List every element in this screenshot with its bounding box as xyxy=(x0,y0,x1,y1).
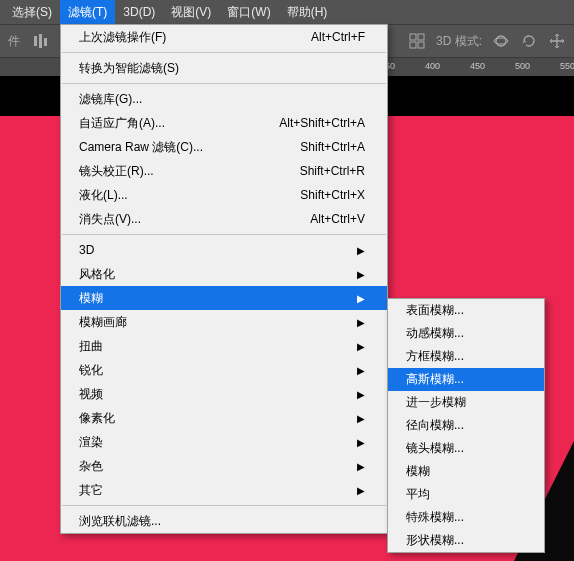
menu-item-label: 平均 xyxy=(406,486,430,503)
submenu-arrow-icon: ▶ xyxy=(357,437,365,448)
menu-blur-more[interactable]: 进一步模糊 xyxy=(388,391,544,414)
menu-item-label: 径向模糊... xyxy=(406,417,464,434)
menu-liquify[interactable]: 液化(L)...Shift+Ctrl+X xyxy=(61,183,387,207)
menu-separator xyxy=(62,505,386,506)
menu-adaptive-wide-angle[interactable]: 自适应广角(A)...Alt+Shift+Ctrl+A xyxy=(61,111,387,135)
menu-item-label: Camera Raw 滤镜(C)... xyxy=(79,139,203,156)
menu-item-label: 动感模糊... xyxy=(406,325,464,342)
menu-item-label: 模糊画廊 xyxy=(79,314,127,331)
menu-smart-filter[interactable]: 转换为智能滤镜(S) xyxy=(61,56,387,80)
menu-item-label: 上次滤镜操作(F) xyxy=(79,29,166,46)
menu-item-label: 3D xyxy=(79,243,94,257)
menu-blur-gallery[interactable]: 模糊画廊▶ xyxy=(61,310,387,334)
menu-surface-blur[interactable]: 表面模糊... xyxy=(388,299,544,322)
toolbar-label: 件 xyxy=(8,33,20,50)
submenu-arrow-icon: ▶ xyxy=(357,341,365,352)
svg-rect-3 xyxy=(410,34,416,40)
align-icon[interactable] xyxy=(32,32,50,50)
menu-smart-blur[interactable]: 特殊模糊... xyxy=(388,506,544,529)
svg-rect-4 xyxy=(418,34,424,40)
menu-lens-correction[interactable]: 镜头校正(R)...Shift+Ctrl+R xyxy=(61,159,387,183)
menu-box-blur[interactable]: 方框模糊... xyxy=(388,345,544,368)
submenu-arrow-icon: ▶ xyxy=(357,485,365,496)
menu-item-label: 高斯模糊... xyxy=(406,371,464,388)
menu-view[interactable]: 视图(V) xyxy=(163,0,219,25)
menu-browse-online[interactable]: 浏览联机滤镜... xyxy=(61,509,387,533)
menu-item-label: 液化(L)... xyxy=(79,187,128,204)
menu-sharpen[interactable]: 锐化▶ xyxy=(61,358,387,382)
menu-video[interactable]: 视频▶ xyxy=(61,382,387,406)
ruler-tick: 400 xyxy=(425,61,440,71)
menu-select[interactable]: 选择(S) xyxy=(4,0,60,25)
menu-item-label: 浏览联机滤镜... xyxy=(79,513,161,530)
menu-3d-sub[interactable]: 3D▶ xyxy=(61,238,387,262)
menu-item-label: 滤镜库(G)... xyxy=(79,91,142,108)
menu-item-label: 自适应广角(A)... xyxy=(79,115,165,132)
svg-rect-2 xyxy=(44,38,47,46)
menu-filter-gallery[interactable]: 滤镜库(G)... xyxy=(61,87,387,111)
ruler-tick: 500 xyxy=(515,61,530,71)
menu-shape-blur[interactable]: 形状模糊... xyxy=(388,529,544,552)
menu-radial-blur[interactable]: 径向模糊... xyxy=(388,414,544,437)
menu-item-label: 像素化 xyxy=(79,410,115,427)
blur-submenu: 表面模糊... 动感模糊... 方框模糊... 高斯模糊... 进一步模糊 径向… xyxy=(387,298,545,553)
menu-separator xyxy=(62,234,386,235)
menu-item-label: 镜头校正(R)... xyxy=(79,163,154,180)
pan-icon[interactable] xyxy=(548,32,566,50)
menu-last-filter[interactable]: 上次滤镜操作(F) Alt+Ctrl+F xyxy=(61,25,387,49)
ruler-tick: 550 xyxy=(560,61,574,71)
menu-3d[interactable]: 3D(D) xyxy=(115,1,163,23)
menubar: 选择(S) 滤镜(T) 3D(D) 视图(V) 窗口(W) 帮助(H) xyxy=(0,0,574,24)
submenu-arrow-icon: ▶ xyxy=(357,365,365,376)
menu-window[interactable]: 窗口(W) xyxy=(219,0,278,25)
menu-vanishing-point[interactable]: 消失点(V)...Alt+Ctrl+V xyxy=(61,207,387,231)
menu-item-label: 风格化 xyxy=(79,266,115,283)
svg-rect-5 xyxy=(410,42,416,48)
menu-item-label: 扭曲 xyxy=(79,338,103,355)
menu-item-label: 镜头模糊... xyxy=(406,440,464,457)
menu-pixelate[interactable]: 像素化▶ xyxy=(61,406,387,430)
grid-icon[interactable] xyxy=(408,32,426,50)
filter-menu: 上次滤镜操作(F) Alt+Ctrl+F 转换为智能滤镜(S) 滤镜库(G)..… xyxy=(60,24,388,534)
menu-item-shortcut: Alt+Shift+Ctrl+A xyxy=(279,116,365,130)
submenu-arrow-icon: ▶ xyxy=(357,389,365,400)
menu-help[interactable]: 帮助(H) xyxy=(279,0,336,25)
submenu-arrow-icon: ▶ xyxy=(357,317,365,328)
menu-item-label: 消失点(V)... xyxy=(79,211,141,228)
menu-item-shortcut: Alt+Ctrl+F xyxy=(311,30,365,44)
submenu-arrow-icon: ▶ xyxy=(357,413,365,424)
submenu-arrow-icon: ▶ xyxy=(357,293,365,304)
menu-item-label: 方框模糊... xyxy=(406,348,464,365)
menu-item-label: 进一步模糊 xyxy=(406,394,466,411)
menu-item-shortcut: Shift+Ctrl+R xyxy=(300,164,365,178)
menu-render[interactable]: 渲染▶ xyxy=(61,430,387,454)
menu-lens-blur[interactable]: 镜头模糊... xyxy=(388,437,544,460)
menu-stylize[interactable]: 风格化▶ xyxy=(61,262,387,286)
ruler-tick: 450 xyxy=(470,61,485,71)
menu-separator xyxy=(62,52,386,53)
rotate-icon[interactable] xyxy=(520,32,538,50)
svg-rect-6 xyxy=(418,42,424,48)
menu-average[interactable]: 平均 xyxy=(388,483,544,506)
menu-motion-blur[interactable]: 动感模糊... xyxy=(388,322,544,345)
menu-distort[interactable]: 扭曲▶ xyxy=(61,334,387,358)
orbit-icon[interactable] xyxy=(492,32,510,50)
menu-filter[interactable]: 滤镜(T) xyxy=(60,0,115,25)
svg-rect-1 xyxy=(39,34,42,48)
menu-item-label: 其它 xyxy=(79,482,103,499)
menu-item-label: 视频 xyxy=(79,386,103,403)
3d-mode-label: 3D 模式: xyxy=(436,33,482,50)
menu-item-label: 表面模糊... xyxy=(406,302,464,319)
menu-item-label: 杂色 xyxy=(79,458,103,475)
menu-item-label: 渲染 xyxy=(79,434,103,451)
menu-item-label: 模糊 xyxy=(79,290,103,307)
menu-noise[interactable]: 杂色▶ xyxy=(61,454,387,478)
menu-gaussian-blur[interactable]: 高斯模糊... xyxy=(388,368,544,391)
menu-item-shortcut: Shift+Ctrl+X xyxy=(300,188,365,202)
menu-blur[interactable]: 模糊▶ xyxy=(61,286,387,310)
menu-camera-raw[interactable]: Camera Raw 滤镜(C)...Shift+Ctrl+A xyxy=(61,135,387,159)
menu-other[interactable]: 其它▶ xyxy=(61,478,387,502)
menu-blur-simple[interactable]: 模糊 xyxy=(388,460,544,483)
menu-item-shortcut: Alt+Ctrl+V xyxy=(310,212,365,226)
submenu-arrow-icon: ▶ xyxy=(357,269,365,280)
